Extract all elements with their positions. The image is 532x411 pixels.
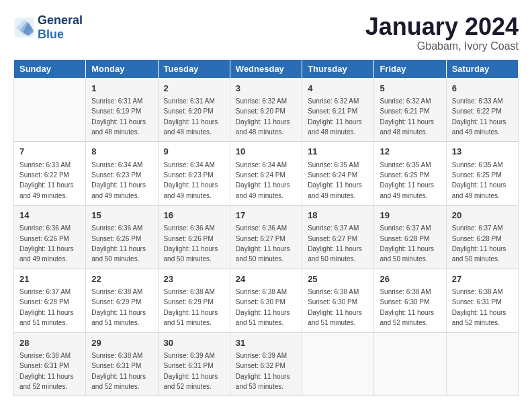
logo-icon	[13, 17, 35, 38]
day-number: 23	[164, 273, 224, 285]
day-number: 10	[236, 146, 296, 158]
calendar-cell	[14, 78, 86, 142]
day-info: Sunrise: 6:36 AMSunset: 6:26 PMDaylight:…	[19, 224, 74, 263]
calendar-cell: 30 Sunrise: 6:39 AMSunset: 6:31 PMDaylig…	[158, 332, 230, 396]
day-info: Sunrise: 6:35 AMSunset: 6:25 PMDaylight:…	[380, 161, 434, 199]
day-info: Sunrise: 6:34 AMSunset: 6:23 PMDaylight:…	[164, 161, 218, 199]
day-info: Sunrise: 6:35 AMSunset: 6:25 PMDaylight:…	[452, 161, 506, 199]
calendar-cell: 15 Sunrise: 6:36 AMSunset: 6:26 PMDaylig…	[86, 205, 158, 269]
logo: General Blue	[13, 13, 83, 42]
calendar-cell: 23 Sunrise: 6:38 AMSunset: 6:29 PMDaylig…	[158, 269, 230, 332]
day-info: Sunrise: 6:32 AMSunset: 6:21 PMDaylight:…	[308, 97, 362, 136]
calendar-cell: 22 Sunrise: 6:38 AMSunset: 6:29 PMDaylig…	[86, 269, 158, 332]
calendar-cell: 20 Sunrise: 6:37 AMSunset: 6:28 PMDaylig…	[446, 205, 518, 269]
column-header-saturday: Saturday	[446, 59, 518, 78]
calendar-cell: 13 Sunrise: 6:35 AMSunset: 6:25 PMDaylig…	[446, 142, 518, 205]
calendar-cell: 8 Sunrise: 6:34 AMSunset: 6:23 PMDayligh…	[86, 142, 158, 205]
day-number: 9	[164, 146, 224, 158]
calendar-cell: 4 Sunrise: 6:32 AMSunset: 6:21 PMDayligh…	[302, 78, 374, 142]
day-number: 1	[91, 83, 152, 95]
calendar-cell: 1 Sunrise: 6:31 AMSunset: 6:19 PMDayligh…	[86, 78, 158, 142]
day-info: Sunrise: 6:31 AMSunset: 6:19 PMDaylight:…	[91, 97, 146, 136]
day-number: 16	[164, 210, 224, 222]
column-header-friday: Friday	[374, 59, 446, 78]
day-info: Sunrise: 6:33 AMSunset: 6:22 PMDaylight:…	[452, 97, 506, 136]
day-number: 18	[308, 210, 368, 222]
column-header-thursday: Thursday	[302, 59, 374, 78]
calendar-cell: 28 Sunrise: 6:38 AMSunset: 6:31 PMDaylig…	[14, 332, 86, 396]
day-info: Sunrise: 6:32 AMSunset: 6:20 PMDaylight:…	[236, 97, 290, 136]
column-header-wednesday: Wednesday	[230, 59, 302, 78]
calendar-cell: 6 Sunrise: 6:33 AMSunset: 6:22 PMDayligh…	[446, 78, 518, 142]
day-number: 12	[380, 146, 440, 158]
day-info: Sunrise: 6:35 AMSunset: 6:24 PMDaylight:…	[308, 161, 362, 199]
calendar-week-row: 7 Sunrise: 6:33 AMSunset: 6:22 PMDayligh…	[14, 142, 519, 205]
calendar-cell: 19 Sunrise: 6:37 AMSunset: 6:28 PMDaylig…	[374, 205, 446, 269]
day-info: Sunrise: 6:38 AMSunset: 6:31 PMDaylight:…	[452, 288, 506, 326]
day-info: Sunrise: 6:38 AMSunset: 6:31 PMDaylight:…	[19, 352, 74, 390]
day-info: Sunrise: 6:37 AMSunset: 6:28 PMDaylight:…	[452, 224, 506, 263]
calendar-cell: 12 Sunrise: 6:35 AMSunset: 6:25 PMDaylig…	[374, 142, 446, 205]
calendar-subtitle: Gbabam, Ivory Coast	[365, 40, 519, 52]
day-number: 19	[380, 210, 440, 222]
day-info: Sunrise: 6:36 AMSunset: 6:26 PMDaylight:…	[164, 224, 218, 263]
day-info: Sunrise: 6:38 AMSunset: 6:30 PMDaylight:…	[236, 288, 290, 326]
day-info: Sunrise: 6:39 AMSunset: 6:31 PMDaylight:…	[164, 352, 218, 390]
calendar-week-row: 14 Sunrise: 6:36 AMSunset: 6:26 PMDaylig…	[14, 205, 519, 269]
page-header: General Blue January 2024 Gbabam, Ivory …	[13, 13, 519, 52]
day-info: Sunrise: 6:34 AMSunset: 6:23 PMDaylight:…	[91, 161, 146, 199]
day-number: 15	[91, 210, 152, 222]
day-number: 3	[236, 83, 296, 95]
calendar-cell	[446, 332, 518, 396]
calendar-week-row: 28 Sunrise: 6:38 AMSunset: 6:31 PMDaylig…	[14, 332, 519, 396]
day-number: 31	[236, 337, 296, 349]
calendar-cell: 10 Sunrise: 6:34 AMSunset: 6:24 PMDaylig…	[230, 142, 302, 205]
day-number: 2	[164, 83, 224, 95]
day-number: 27	[452, 273, 513, 285]
day-info: Sunrise: 6:38 AMSunset: 6:31 PMDaylight:…	[91, 352, 146, 390]
day-number: 14	[19, 210, 80, 222]
day-number: 7	[19, 146, 80, 158]
day-info: Sunrise: 6:31 AMSunset: 6:20 PMDaylight:…	[164, 97, 218, 136]
day-number: 8	[91, 146, 152, 158]
day-info: Sunrise: 6:34 AMSunset: 6:24 PMDaylight:…	[236, 161, 290, 199]
day-number: 11	[308, 146, 368, 158]
column-header-tuesday: Tuesday	[158, 59, 230, 78]
day-info: Sunrise: 6:38 AMSunset: 6:30 PMDaylight:…	[308, 288, 362, 326]
calendar-cell: 17 Sunrise: 6:36 AMSunset: 6:27 PMDaylig…	[230, 205, 302, 269]
calendar-cell: 3 Sunrise: 6:32 AMSunset: 6:20 PMDayligh…	[230, 78, 302, 142]
calendar-cell: 24 Sunrise: 6:38 AMSunset: 6:30 PMDaylig…	[230, 269, 302, 332]
day-info: Sunrise: 6:32 AMSunset: 6:21 PMDaylight:…	[380, 97, 434, 136]
day-number: 21	[19, 273, 80, 285]
day-info: Sunrise: 6:39 AMSunset: 6:32 PMDaylight:…	[236, 352, 290, 390]
calendar-cell: 16 Sunrise: 6:36 AMSunset: 6:26 PMDaylig…	[158, 205, 230, 269]
day-number: 24	[236, 273, 296, 285]
day-number: 13	[452, 146, 513, 158]
calendar-header-row: SundayMondayTuesdayWednesdayThursdayFrid…	[14, 59, 519, 78]
calendar-cell: 7 Sunrise: 6:33 AMSunset: 6:22 PMDayligh…	[14, 142, 86, 205]
calendar-cell: 29 Sunrise: 6:38 AMSunset: 6:31 PMDaylig…	[86, 332, 158, 396]
day-number: 25	[308, 273, 368, 285]
day-info: Sunrise: 6:36 AMSunset: 6:26 PMDaylight:…	[91, 224, 146, 263]
calendar-cell: 18 Sunrise: 6:37 AMSunset: 6:27 PMDaylig…	[302, 205, 374, 269]
calendar-cell: 14 Sunrise: 6:36 AMSunset: 6:26 PMDaylig…	[14, 205, 86, 269]
day-number: 26	[380, 273, 440, 285]
day-info: Sunrise: 6:37 AMSunset: 6:28 PMDaylight:…	[380, 224, 434, 263]
column-header-sunday: Sunday	[14, 59, 86, 78]
day-number: 28	[19, 337, 80, 349]
calendar-week-row: 1 Sunrise: 6:31 AMSunset: 6:19 PMDayligh…	[14, 78, 519, 142]
calendar-cell: 11 Sunrise: 6:35 AMSunset: 6:24 PMDaylig…	[302, 142, 374, 205]
day-info: Sunrise: 6:37 AMSunset: 6:27 PMDaylight:…	[308, 224, 362, 263]
calendar-cell: 9 Sunrise: 6:34 AMSunset: 6:23 PMDayligh…	[158, 142, 230, 205]
calendar-table: SundayMondayTuesdayWednesdayThursdayFrid…	[13, 59, 519, 397]
day-info: Sunrise: 6:33 AMSunset: 6:22 PMDaylight:…	[19, 161, 74, 199]
calendar-cell: 21 Sunrise: 6:37 AMSunset: 6:28 PMDaylig…	[14, 269, 86, 332]
calendar-cell: 5 Sunrise: 6:32 AMSunset: 6:21 PMDayligh…	[374, 78, 446, 142]
day-info: Sunrise: 6:38 AMSunset: 6:29 PMDaylight:…	[164, 288, 218, 326]
calendar-cell: 26 Sunrise: 6:38 AMSunset: 6:30 PMDaylig…	[374, 269, 446, 332]
calendar-cell: 27 Sunrise: 6:38 AMSunset: 6:31 PMDaylig…	[446, 269, 518, 332]
day-info: Sunrise: 6:36 AMSunset: 6:27 PMDaylight:…	[236, 224, 290, 263]
day-number: 22	[91, 273, 152, 285]
day-number: 30	[164, 337, 224, 349]
calendar-title: January 2024	[365, 13, 519, 40]
